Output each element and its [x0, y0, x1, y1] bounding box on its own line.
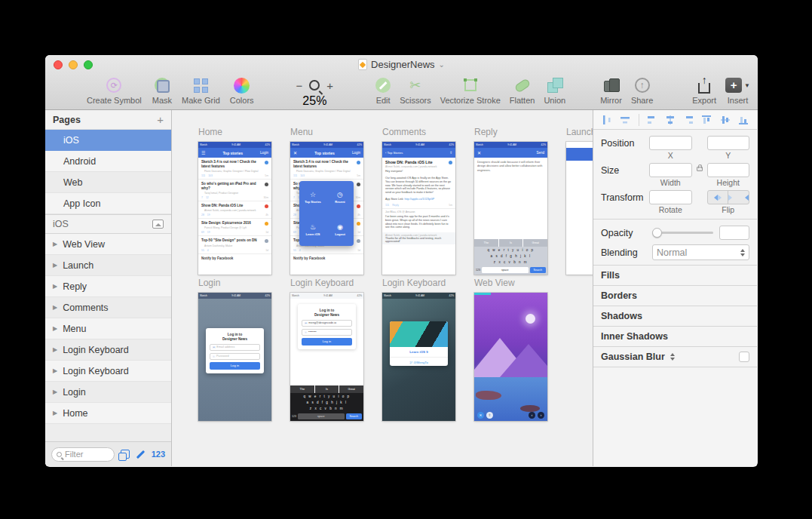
disclosure-triangle-icon[interactable]: ▶ — [53, 325, 57, 332]
disclosure-triangle-icon[interactable]: ▶ — [53, 283, 57, 290]
artboard-label[interactable]: Home — [198, 127, 271, 137]
app-store-link[interactable]: http://apple.co/1O23pGP — [405, 198, 435, 201]
align-bottom-icon[interactable] — [738, 115, 749, 125]
align-left-icon[interactable] — [647, 115, 657, 125]
layer-item-web-view[interactable]: ▶Web View — [45, 234, 171, 255]
stepper-icon[interactable] — [670, 353, 675, 361]
edit-button[interactable]: Edit — [375, 76, 391, 105]
layer-item-home[interactable]: ▶Home — [45, 403, 171, 424]
disclosure-triangle-icon[interactable]: ▶ — [53, 262, 57, 269]
password-field[interactable]: ⚿Password — [210, 353, 260, 360]
layer-item-comments[interactable]: ▶Comments — [45, 297, 171, 318]
disclosure-triangle-icon[interactable]: ▶ — [53, 367, 57, 374]
artboard-web-view[interactable]: Web View ✕ — [474, 278, 547, 421]
learn-ios-link[interactable]: Learn iOS 9 — [390, 347, 448, 358]
login-button[interactable]: Log in — [210, 362, 260, 370]
artboard-menu[interactable]: Menu Sketch9:41 AM42% ✕ Top stories Logi… — [290, 127, 363, 275]
email-field[interactable]: ✉Email address — [210, 344, 260, 351]
distribute-horizontally-icon[interactable] — [602, 115, 612, 125]
artboard-label[interactable]: Web View — [474, 278, 547, 288]
filter-input[interactable]: Filter — [51, 447, 115, 462]
artboard-label[interactable]: Menu — [290, 127, 363, 137]
artboard-label[interactable]: Comments — [382, 127, 455, 137]
make-grid-button[interactable]: Make Grid — [182, 76, 220, 105]
distribute-vertically-icon[interactable] — [620, 115, 630, 125]
email-field[interactable]: ✉meng@designcode.io — [302, 320, 352, 327]
disclosure-triangle-icon[interactable]: ▶ — [53, 241, 57, 247]
rotate-input[interactable] — [649, 190, 692, 204]
twitter-handle-link[interactable]: 🕊 @MengTo — [390, 358, 448, 366]
artboard-label[interactable]: Login Keyboard — [382, 278, 455, 288]
layer-item-login-keyboard-2[interactable]: ▶Login Keyboard — [45, 361, 171, 382]
opacity-slider[interactable] — [652, 232, 713, 234]
login-button[interactable]: Log in — [302, 338, 352, 345]
menu-item-logout[interactable]: ◉Logout — [326, 213, 354, 246]
lock-icon[interactable] — [697, 167, 703, 171]
space-key[interactable]: space — [482, 267, 529, 273]
disclosure-triangle-icon[interactable]: ▶ — [53, 388, 57, 395]
artboard-label[interactable]: Login — [198, 278, 271, 288]
canvas[interactable]: Home Sketch9:41 AM42% ☰ Top stories Logi… — [172, 110, 593, 466]
artboard-login-keyboard-2[interactable]: Login Keyboard Sketch9:41 AM42% Learn iO… — [382, 278, 455, 421]
share-button[interactable]: ↑ Share — [631, 76, 653, 105]
space-key[interactable]: space — [298, 413, 345, 419]
search-key[interactable]: Search — [530, 267, 546, 273]
artboard-login-keyboard[interactable]: Login Keyboard Sketch9:41 AM42% Log in t… — [290, 278, 363, 421]
password-field[interactable]: ⚿•••••••• — [302, 329, 352, 336]
artboard-label[interactable]: Reply — [474, 127, 547, 137]
pages-panel-toggle-icon[interactable] — [121, 450, 130, 459]
artboard-home[interactable]: Home Sketch9:41 AM42% ☰ Top stories Logi… — [198, 127, 271, 275]
y-input[interactable] — [707, 136, 750, 150]
union-button[interactable]: Union — [544, 76, 565, 105]
artboard-comments[interactable]: Comments Sketch9:41 AM42% ‹ Top Stories … — [382, 127, 455, 275]
insert-button[interactable]: +▼ Insert — [725, 76, 750, 105]
width-input[interactable] — [649, 163, 692, 177]
menu-item-learn-ios[interactable]: ♨Learn iOS — [299, 213, 326, 246]
artboard-reply[interactable]: Reply Sketch9:41 AM42% ✕ Send Designers … — [474, 127, 547, 275]
align-right-icon[interactable] — [683, 115, 694, 125]
opacity-input[interactable] — [719, 226, 749, 240]
align-top-icon[interactable] — [701, 115, 712, 125]
forward-arrow-button[interactable]: › — [538, 412, 544, 419]
borders-section-header[interactable]: Borders — [593, 286, 757, 306]
titlebar[interactable]: DesignerNews ⌄ — [45, 55, 758, 73]
page-item-app-icon[interactable]: App Icon — [45, 193, 171, 214]
mirror-button[interactable]: Mirror — [600, 76, 622, 105]
layer-item-login-keyboard[interactable]: ▶Login Keyboard — [45, 339, 171, 361]
blending-select[interactable]: Normal — [652, 244, 749, 260]
send-button[interactable]: Send — [536, 151, 544, 155]
menu-item-top-stories[interactable]: ☆Top Stories — [299, 181, 326, 213]
slider-knob[interactable] — [652, 228, 662, 238]
page-item-android[interactable]: Android — [45, 151, 171, 172]
document-title[interactable]: DesignerNews ⌄ — [45, 59, 758, 70]
artboard-label[interactable]: Launch — [566, 127, 593, 137]
shadows-section-header[interactable]: Shadows — [593, 306, 757, 327]
artboard-label[interactable]: Login Keyboard — [290, 278, 363, 288]
magnifier-icon[interactable] — [309, 80, 320, 91]
artboard-login[interactable]: Login Sketch9:41 AM42% Log in toDesigner… — [198, 278, 271, 421]
numeric-key[interactable]: 123 — [476, 269, 480, 272]
menu-item-recent[interactable]: ◷Recent — [326, 181, 354, 213]
flip-horizontal-button[interactable] — [708, 191, 728, 204]
disclosure-triangle-icon[interactable]: ▶ — [53, 304, 57, 311]
create-symbol-button[interactable]: ⟳ Create Symbol — [87, 76, 142, 105]
height-input[interactable] — [707, 163, 750, 177]
colors-button[interactable]: Colors — [230, 76, 254, 105]
align-center-horizontal-icon[interactable] — [665, 115, 676, 125]
artboard-list-icon[interactable] — [152, 220, 164, 229]
flip-vertical-button[interactable] — [728, 191, 749, 204]
x-input[interactable] — [649, 136, 692, 150]
layer-item-login[interactable]: ▶Login — [45, 382, 171, 403]
back-arrow-button[interactable]: ‹ — [529, 412, 535, 419]
artboard-launch[interactable]: Launch — [566, 127, 593, 275]
gaussian-blur-section-header[interactable]: Gaussian Blur — [593, 347, 757, 367]
share-icon[interactable]: ⇧ — [486, 412, 493, 419]
inner-shadows-section-header[interactable]: Inner Shadows — [593, 327, 757, 347]
page-item-web[interactable]: Web — [45, 172, 171, 193]
vectorize-stroke-button[interactable]: Vectorize Stroke — [440, 76, 501, 105]
layer-item-menu[interactable]: ▶Menu — [45, 318, 171, 339]
gaussian-blur-checkbox[interactable] — [739, 352, 749, 362]
layer-item-reply[interactable]: ▶Reply — [45, 276, 171, 297]
zoom-out-button[interactable]: − — [296, 79, 303, 92]
mask-button[interactable]: Mask — [152, 76, 172, 105]
